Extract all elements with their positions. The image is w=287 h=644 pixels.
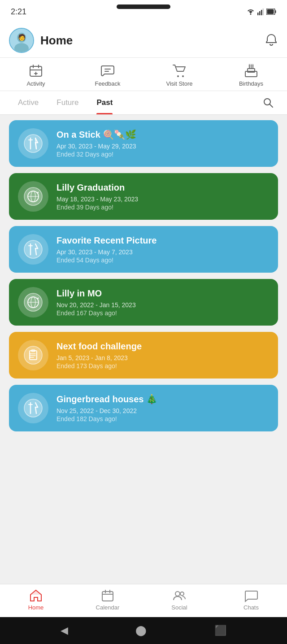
card-info-favorite-recent-picture: Favorite Recent Picture Apr 30, 2023 - M… — [57, 235, 269, 264]
home-icon — [29, 589, 43, 602]
card-ended: Ended 173 Days ago! — [57, 362, 269, 370]
card-ended: Ended 167 Days ago! — [57, 309, 269, 317]
svg-text:🧑: 🧑 — [18, 34, 26, 41]
chats-icon — [244, 589, 258, 602]
card-ended: Ended 32 Days ago! — [57, 151, 269, 158]
search-icon[interactable] — [258, 93, 278, 113]
card-date: Apr 30, 2023 - May 29, 2023 — [57, 143, 269, 150]
svg-rect-5 — [275, 10, 276, 13]
battery-icon — [266, 9, 276, 15]
svg-rect-6 — [267, 9, 274, 14]
avatar[interactable]: 🧑 — [9, 28, 34, 53]
svg-rect-0 — [257, 13, 259, 15]
tab-active[interactable]: Active — [9, 91, 48, 114]
activity-card-gingerbread-houses[interactable]: Gingerbread houses 🎄 Nov 25, 2022 - Dec … — [9, 385, 278, 431]
activity-card-on-a-stick[interactable]: On a Stick 🍭🍡🌿 Apr 30, 2023 - May 29, 20… — [9, 120, 278, 167]
activity-card-favorite-recent-picture[interactable]: Favorite Recent Picture Apr 30, 2023 - M… — [9, 226, 278, 273]
bottom-nav-home[interactable]: Home — [0, 589, 72, 611]
activity-card-lilly-in-mo[interactable]: Lilly in MO Nov 20, 2022 - Jan 15, 2023 … — [9, 279, 278, 326]
cart-icon — [172, 63, 187, 78]
card-icon-cutlery-1 — [18, 128, 48, 159]
card-info-next-food-challenge: Next food challenge Jan 5, 2023 - Jan 8,… — [57, 341, 269, 370]
bottom-nav-chats[interactable]: Chats — [215, 589, 287, 611]
svg-rect-3 — [263, 9, 264, 15]
signal-icon — [257, 8, 264, 15]
nav-birthdays[interactable]: Birthdays — [215, 63, 287, 87]
home-nav-label: Home — [28, 604, 44, 611]
card-ended: Ended 182 Days ago! — [57, 415, 269, 422]
nav-activity[interactable]: Activity — [0, 63, 72, 87]
card-info-lilly-in-mo: Lilly in MO Nov 20, 2022 - Jan 15, 2023 … — [57, 288, 269, 317]
card-icon-cutlery-2 — [18, 234, 48, 265]
home-button[interactable]: ⬤ — [135, 625, 147, 636]
card-date: Apr 30, 2023 - May 7, 2023 — [57, 248, 269, 256]
card-ended: Ended 39 Days ago! — [57, 204, 269, 211]
notification-bell-icon[interactable] — [265, 34, 278, 47]
bottom-nav: Home Calendar — [0, 584, 287, 617]
bottom-nav-calendar[interactable]: Calendar — [72, 589, 144, 611]
svg-rect-64 — [102, 592, 113, 601]
svg-point-39 — [24, 240, 42, 258]
card-icon-globe-1 — [18, 181, 48, 212]
card-date: Nov 25, 2022 - Dec 30, 2022 — [57, 407, 269, 414]
nav-visit-store[interactable]: Visit Store — [144, 63, 215, 87]
svg-point-57 — [30, 357, 31, 358]
visit-store-label: Visit Store — [166, 80, 192, 87]
card-icon-cutlery-3 — [18, 393, 48, 423]
nav-feedback[interactable]: Feedback — [72, 63, 144, 87]
calendar-icon — [101, 589, 114, 602]
social-nav-label: Social — [171, 604, 187, 611]
card-info-on-a-stick: On a Stick 🍭🍡🌿 Apr 30, 2023 - May 29, 20… — [57, 129, 269, 158]
svg-point-68 — [175, 592, 180, 596]
svg-point-19 — [177, 75, 179, 77]
notch — [117, 4, 170, 9]
card-date: Jan 5, 2023 - Jan 8, 2023 — [57, 354, 269, 361]
card-date: Nov 20, 2022 - Jan 15, 2023 — [57, 301, 269, 309]
svg-point-28 — [24, 135, 42, 152]
card-icon-clipboard — [18, 340, 48, 370]
svg-point-69 — [180, 592, 184, 596]
activity-icon — [28, 63, 43, 78]
svg-rect-2 — [261, 10, 262, 15]
phone-frame: 2:21 🧑 Home — [0, 0, 287, 644]
svg-line-27 — [270, 104, 273, 107]
card-info-gingerbread-houses: Gingerbread houses 🎄 Nov 25, 2022 - Dec … — [57, 394, 269, 422]
social-icon — [173, 589, 186, 602]
svg-point-58 — [24, 399, 42, 417]
tabs-bar: Active Future Past — [0, 91, 287, 115]
card-info-lilly-graduation: Lilly Graduation May 18, 2023 - May 23, … — [57, 183, 269, 211]
card-title: Gingerbread houses 🎄 — [57, 394, 269, 405]
svg-point-49 — [24, 346, 42, 364]
calendar-nav-label: Calendar — [96, 604, 120, 611]
status-time: 2:21 — [11, 7, 26, 17]
birthdays-label: Birthdays — [239, 80, 263, 87]
bottom-nav-social[interactable]: Social — [144, 589, 215, 611]
card-icon-globe-2 — [18, 287, 48, 318]
tab-future[interactable]: Future — [48, 91, 87, 114]
header-title: Home — [40, 34, 73, 48]
chats-nav-label: Chats — [244, 604, 259, 611]
back-button[interactable]: ◀ — [61, 625, 68, 636]
android-nav-bar: ◀ ⬤ ⬛ — [0, 617, 287, 644]
card-title: On a Stick 🍭🍡🌿 — [57, 129, 269, 140]
status-icons — [247, 8, 276, 15]
tab-past[interactable]: Past — [87, 91, 122, 114]
activity-label: Activity — [26, 80, 45, 87]
card-title: Lilly Graduation — [57, 183, 269, 193]
status-bar: 2:21 — [0, 0, 287, 23]
card-title: Next food challenge — [57, 341, 269, 352]
card-ended: Ended 54 Days ago! — [57, 257, 269, 264]
activity-card-next-food-challenge[interactable]: Next food challenge Jan 5, 2023 - Jan 8,… — [9, 332, 278, 379]
card-date: May 18, 2023 - May 23, 2023 — [57, 196, 269, 203]
svg-point-20 — [182, 75, 184, 77]
activity-card-lilly-graduation[interactable]: Lilly Graduation May 18, 2023 - May 23, … — [9, 173, 278, 220]
recents-button[interactable]: ⬛ — [214, 625, 226, 636]
wifi-icon — [247, 8, 255, 15]
cake-icon — [244, 63, 259, 78]
card-title: Favorite Recent Picture — [57, 235, 269, 246]
header-left: 🧑 Home — [9, 28, 73, 53]
feedback-icon — [100, 63, 115, 78]
svg-rect-1 — [259, 11, 261, 15]
card-title: Lilly in MO — [57, 288, 269, 299]
svg-point-55 — [30, 353, 31, 355]
